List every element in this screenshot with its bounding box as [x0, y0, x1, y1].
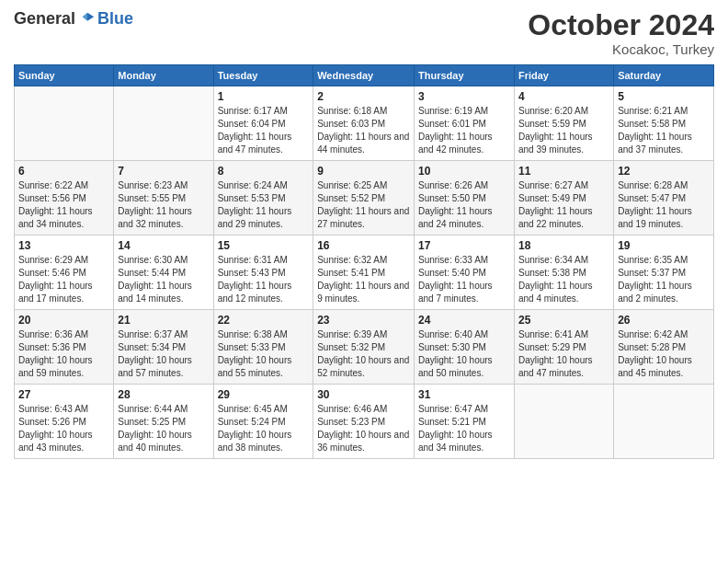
day-number: 15 [218, 239, 310, 252]
day-number: 19 [618, 239, 710, 252]
week-row-1: 1Sunrise: 6:17 AM Sunset: 6:04 PM Daylig… [15, 86, 714, 161]
calendar-cell [114, 86, 213, 161]
day-info: Sunrise: 6:31 AM Sunset: 5:43 PM Dayligh… [218, 254, 310, 305]
calendar-cell: 18Sunrise: 6:34 AM Sunset: 5:38 PM Dayli… [514, 236, 613, 310]
day-info: Sunrise: 6:35 AM Sunset: 5:37 PM Dayligh… [618, 254, 710, 305]
calendar-cell: 13Sunrise: 6:29 AM Sunset: 5:46 PM Dayli… [15, 236, 114, 310]
day-number: 14 [118, 239, 209, 252]
day-info: Sunrise: 6:23 AM Sunset: 5:55 PM Dayligh… [118, 179, 209, 231]
weekday-header-friday: Friday [514, 65, 613, 86]
calendar-cell: 2Sunrise: 6:18 AM Sunset: 6:03 PM Daylig… [313, 86, 415, 161]
calendar-cell: 30Sunrise: 6:46 AM Sunset: 5:23 PM Dayli… [313, 385, 415, 459]
day-number: 30 [317, 388, 410, 401]
calendar-cell: 15Sunrise: 6:31 AM Sunset: 5:43 PM Dayli… [213, 236, 313, 310]
day-info: Sunrise: 6:33 AM Sunset: 5:40 PM Dayligh… [418, 254, 510, 305]
calendar-cell: 11Sunrise: 6:27 AM Sunset: 5:49 PM Dayli… [514, 161, 613, 236]
calendar-cell: 25Sunrise: 6:41 AM Sunset: 5:29 PM Dayli… [514, 310, 613, 385]
day-number: 10 [418, 165, 510, 178]
day-number: 6 [18, 165, 109, 178]
calendar-cell [15, 86, 114, 161]
day-number: 8 [218, 165, 310, 178]
calendar-cell: 17Sunrise: 6:33 AM Sunset: 5:40 PM Dayli… [415, 236, 515, 310]
day-number: 3 [418, 90, 510, 103]
day-number: 4 [518, 90, 609, 103]
month-title: October 2024 [528, 9, 714, 41]
svg-marker-0 [87, 12, 94, 20]
calendar-cell [514, 385, 613, 459]
weekday-header-saturday: Saturday [614, 65, 714, 86]
day-info: Sunrise: 6:47 AM Sunset: 5:21 PM Dayligh… [418, 403, 510, 454]
day-info: Sunrise: 6:20 AM Sunset: 5:59 PM Dayligh… [518, 105, 609, 156]
day-number: 28 [118, 388, 209, 401]
calendar-cell: 21Sunrise: 6:37 AM Sunset: 5:34 PM Dayli… [114, 310, 213, 385]
calendar-cell: 27Sunrise: 6:43 AM Sunset: 5:26 PM Dayli… [15, 385, 114, 459]
calendar-cell: 9Sunrise: 6:25 AM Sunset: 5:52 PM Daylig… [313, 161, 415, 236]
weekday-header-monday: Monday [114, 65, 213, 86]
calendar-cell: 28Sunrise: 6:44 AM Sunset: 5:25 PM Dayli… [114, 385, 213, 459]
day-number: 26 [618, 314, 710, 327]
calendar-cell: 1Sunrise: 6:17 AM Sunset: 6:04 PM Daylig… [213, 86, 313, 161]
weekday-header-wednesday: Wednesday [313, 65, 415, 86]
day-info: Sunrise: 6:42 AM Sunset: 5:28 PM Dayligh… [618, 328, 710, 380]
logo-general: General [14, 9, 75, 29]
calendar-cell: 19Sunrise: 6:35 AM Sunset: 5:37 PM Dayli… [614, 236, 714, 310]
day-info: Sunrise: 6:36 AM Sunset: 5:36 PM Dayligh… [18, 328, 109, 380]
day-number: 27 [18, 388, 109, 401]
day-number: 2 [317, 90, 410, 103]
day-info: Sunrise: 6:29 AM Sunset: 5:46 PM Dayligh… [18, 254, 109, 305]
logo-text: General Blue [14, 9, 133, 29]
day-info: Sunrise: 6:19 AM Sunset: 6:01 PM Dayligh… [418, 105, 510, 156]
day-number: 1 [218, 90, 310, 103]
day-info: Sunrise: 6:43 AM Sunset: 5:26 PM Dayligh… [18, 403, 109, 454]
calendar-cell: 10Sunrise: 6:26 AM Sunset: 5:50 PM Dayli… [415, 161, 515, 236]
calendar-cell: 26Sunrise: 6:42 AM Sunset: 5:28 PM Dayli… [614, 310, 714, 385]
day-number: 12 [618, 165, 710, 178]
day-info: Sunrise: 6:27 AM Sunset: 5:49 PM Dayligh… [518, 179, 609, 231]
weekday-header-thursday: Thursday [415, 65, 515, 86]
day-number: 23 [317, 314, 410, 327]
calendar-cell [614, 385, 714, 459]
week-row-5: 27Sunrise: 6:43 AM Sunset: 5:26 PM Dayli… [15, 385, 714, 459]
calendar-cell: 8Sunrise: 6:24 AM Sunset: 5:53 PM Daylig… [213, 161, 313, 236]
day-number: 9 [317, 165, 410, 178]
day-info: Sunrise: 6:40 AM Sunset: 5:30 PM Dayligh… [418, 328, 510, 380]
day-info: Sunrise: 6:30 AM Sunset: 5:44 PM Dayligh… [118, 254, 209, 305]
calendar-cell: 29Sunrise: 6:45 AM Sunset: 5:24 PM Dayli… [213, 385, 313, 459]
week-row-4: 20Sunrise: 6:36 AM Sunset: 5:36 PM Dayli… [15, 310, 714, 385]
day-number: 5 [618, 90, 710, 103]
day-info: Sunrise: 6:45 AM Sunset: 5:24 PM Dayligh… [218, 403, 310, 454]
calendar-cell: 7Sunrise: 6:23 AM Sunset: 5:55 PM Daylig… [114, 161, 213, 236]
location: Kocakoc, Turkey [528, 41, 714, 57]
week-row-2: 6Sunrise: 6:22 AM Sunset: 5:56 PM Daylig… [15, 161, 714, 236]
calendar-cell: 31Sunrise: 6:47 AM Sunset: 5:21 PM Dayli… [415, 385, 515, 459]
weekday-header-sunday: Sunday [15, 65, 114, 86]
day-number: 22 [218, 314, 310, 327]
day-info: Sunrise: 6:21 AM Sunset: 5:58 PM Dayligh… [618, 105, 710, 156]
day-info: Sunrise: 6:18 AM Sunset: 6:03 PM Dayligh… [317, 105, 410, 156]
title-block: October 2024 Kocakoc, Turkey [528, 9, 714, 57]
day-number: 17 [418, 239, 510, 252]
day-info: Sunrise: 6:22 AM Sunset: 5:56 PM Dayligh… [18, 179, 109, 231]
day-number: 18 [518, 239, 609, 252]
calendar-cell: 3Sunrise: 6:19 AM Sunset: 6:01 PM Daylig… [415, 86, 515, 161]
page: General Blue October 2024 Kocakoc, Turke… [0, 0, 728, 563]
day-number: 16 [317, 239, 410, 252]
day-number: 20 [18, 314, 109, 327]
calendar-cell: 22Sunrise: 6:38 AM Sunset: 5:33 PM Dayli… [213, 310, 313, 385]
day-info: Sunrise: 6:25 AM Sunset: 5:52 PM Dayligh… [317, 179, 410, 231]
day-info: Sunrise: 6:46 AM Sunset: 5:23 PM Dayligh… [317, 403, 410, 454]
day-number: 11 [518, 165, 609, 178]
day-info: Sunrise: 6:24 AM Sunset: 5:53 PM Dayligh… [218, 179, 310, 231]
day-number: 7 [118, 165, 209, 178]
day-number: 21 [118, 314, 209, 327]
calendar-cell: 14Sunrise: 6:30 AM Sunset: 5:44 PM Dayli… [114, 236, 213, 310]
calendar-table: SundayMondayTuesdayWednesdayThursdayFrid… [14, 64, 714, 459]
logo-flag-icon [79, 11, 96, 28]
svg-marker-1 [83, 12, 87, 20]
calendar-cell: 12Sunrise: 6:28 AM Sunset: 5:47 PM Dayli… [614, 161, 714, 236]
day-info: Sunrise: 6:34 AM Sunset: 5:38 PM Dayligh… [518, 254, 609, 305]
week-row-3: 13Sunrise: 6:29 AM Sunset: 5:46 PM Dayli… [15, 236, 714, 310]
day-info: Sunrise: 6:28 AM Sunset: 5:47 PM Dayligh… [618, 179, 710, 231]
calendar-cell: 5Sunrise: 6:21 AM Sunset: 5:58 PM Daylig… [614, 86, 714, 161]
day-number: 25 [518, 314, 609, 327]
